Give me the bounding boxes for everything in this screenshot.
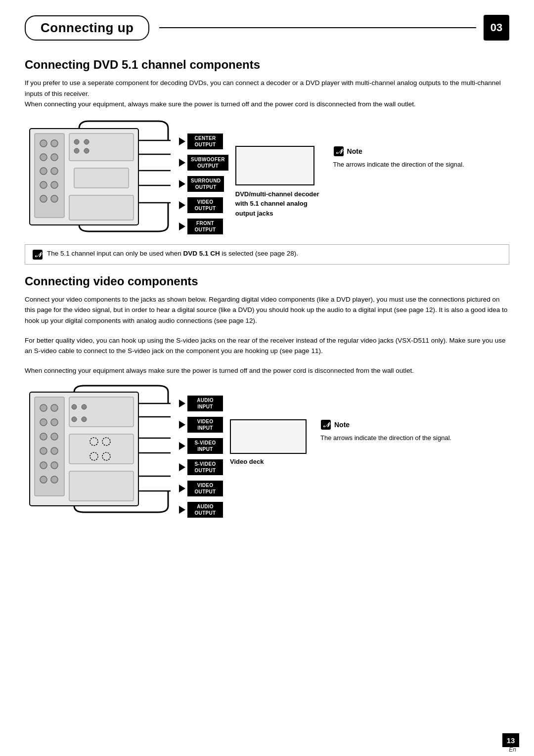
video-output2-label: VIDEO OUTPUT (187, 481, 223, 496)
audio-input-row: AUDIO INPUT (179, 396, 223, 411)
video-deck-box (230, 419, 307, 454)
svg-point-35 (51, 433, 58, 440)
svg-point-47 (72, 417, 77, 422)
page-header: Connecting up 03 (25, 15, 509, 41)
video-output2-row: VIDEO OUTPUT (179, 481, 223, 496)
audio-input-label: AUDIO INPUT (187, 396, 223, 411)
video-output-row: VIDEO OUTPUT (179, 197, 228, 213)
surround-output-arrow (179, 180, 185, 188)
audio-output-label: AUDIO OUTPUT (187, 502, 223, 518)
note2-box: 𝒩 Note The arrows indicate the direction… (320, 419, 451, 443)
dvd-decoder-label: DVD/multi-channel decoder with 5.1 chann… (235, 189, 319, 219)
svg-point-4 (40, 154, 47, 161)
section1-body1: If you prefer to use a seperate componen… (25, 78, 509, 110)
svideo-output-label: S-VIDEO OUTPUT (187, 459, 223, 475)
dvd-diagram: CENTER OUTPUT SUBWOOFER OUTPUT SURROUND … (25, 119, 509, 237)
svg-point-40 (40, 476, 47, 483)
svg-point-9 (51, 181, 58, 188)
note2-header-text: Note (334, 421, 350, 429)
svg-point-16 (84, 139, 89, 144)
audio-output-arrow (179, 506, 185, 514)
svg-rect-43 (69, 434, 134, 464)
svg-point-48 (82, 417, 87, 422)
subwoofer-output-row: SUBWOOFER OUTPUT (179, 155, 228, 171)
video-input-label: VIDEO INPUT (187, 417, 223, 433)
video-output2-arrow (179, 485, 185, 492)
video-output-label: VIDEO OUTPUT (187, 197, 223, 213)
svg-point-32 (40, 419, 47, 426)
page-number: 13 (502, 733, 519, 747)
note2-header: 𝒩 Note (320, 419, 350, 430)
svg-rect-14 (69, 195, 134, 220)
video-output-arrow (179, 201, 185, 209)
video-input-row: VIDEO INPUT (179, 417, 223, 433)
svg-point-10 (40, 195, 47, 202)
svg-rect-13 (74, 168, 129, 188)
audio-output-row: AUDIO OUTPUT (179, 502, 223, 518)
svg-point-15 (74, 139, 79, 144)
center-output-label: CENTER OUTPUT (187, 133, 223, 149)
svg-point-34 (40, 433, 47, 440)
svg-point-8 (40, 181, 47, 188)
svg-rect-44 (69, 471, 134, 501)
subwoofer-output-label: SUBWOOFER OUTPUT (187, 155, 228, 171)
video-input-arrow (179, 421, 185, 429)
svideo-input-label: S-VIDEO INPUT (187, 438, 223, 454)
svideo-input-row: S-VIDEO INPUT (179, 438, 223, 454)
surround-output-label: SURROUND OUTPUT (187, 176, 224, 192)
svg-point-38 (40, 462, 47, 469)
header-line (159, 27, 476, 29)
svg-point-18 (84, 148, 89, 153)
svg-point-6 (40, 168, 47, 175)
page-container: Connecting up 03 Connecting DVD 5.1 chan… (0, 0, 534, 756)
bottom-note1-text: The 5.1 channel input can only be used w… (47, 249, 298, 259)
note1-header: 𝒩 Note (333, 146, 362, 157)
note1-header-text: Note (347, 147, 362, 155)
section2-title: Connecting video components (25, 274, 509, 288)
svg-rect-29 (35, 397, 64, 496)
note1-icon: 𝒩 (333, 146, 344, 157)
surround-output-row: SURROUND OUTPUT (179, 176, 228, 192)
svideo-input-arrow (179, 442, 185, 450)
svg-point-33 (51, 419, 58, 426)
video-diagram-svg (25, 385, 178, 515)
note1-text: The arrows indicate the direction of the… (333, 160, 464, 170)
svg-point-45 (72, 404, 77, 409)
center-output-arrow (179, 137, 185, 145)
en-label: En (509, 746, 516, 753)
svg-point-46 (82, 404, 87, 409)
dvd-decoder-box (235, 146, 314, 185)
video-diagram: AUDIO INPUT VIDEO INPUT S-VIDEO INPUT (25, 385, 509, 521)
dvd-diagram-svg (25, 119, 178, 234)
front-output-arrow (179, 222, 185, 230)
svg-rect-42 (69, 397, 134, 427)
note2-text: The arrows indicate the direction of the… (320, 433, 451, 443)
bottom-note1: 𝒩 The 5.1 channel input can only be used… (25, 244, 509, 265)
video-deck-area: Video deck (230, 419, 307, 465)
bottom-note1-icon: 𝒩 (32, 249, 43, 260)
front-output-row: FRONT OUTPUT (179, 219, 228, 234)
front-output-label: FRONT OUTPUT (187, 219, 223, 234)
subwoofer-output-arrow (179, 159, 185, 167)
svg-rect-12 (69, 133, 134, 161)
note1-box: 𝒩 Note The arrows indicate the direction… (333, 146, 464, 170)
svg-point-31 (51, 404, 58, 411)
svg-point-11 (51, 195, 58, 202)
svg-point-2 (40, 140, 47, 147)
dvd-labels: CENTER OUTPUT SUBWOOFER OUTPUT SURROUND … (179, 133, 228, 237)
note2-icon: 𝒩 (320, 419, 331, 430)
video-deck-label: Video deck (230, 458, 264, 465)
svg-point-37 (51, 447, 58, 454)
video-labels: AUDIO INPUT VIDEO INPUT S-VIDEO INPUT (179, 396, 223, 521)
svg-point-36 (40, 447, 47, 454)
svg-rect-1 (35, 133, 64, 218)
section2-body1: Connect your video components to the jac… (25, 294, 509, 326)
svg-point-30 (40, 404, 47, 411)
audio-input-arrow (179, 400, 185, 407)
svg-point-41 (51, 476, 58, 483)
center-output-row: CENTER OUTPUT (179, 133, 228, 149)
dvd-decoder-area: DVD/multi-channel decoder with 5.1 chann… (235, 146, 319, 219)
section1-title: Connecting DVD 5.1 channel components (25, 58, 509, 72)
svg-point-5 (51, 154, 58, 161)
svg-point-7 (51, 168, 58, 175)
